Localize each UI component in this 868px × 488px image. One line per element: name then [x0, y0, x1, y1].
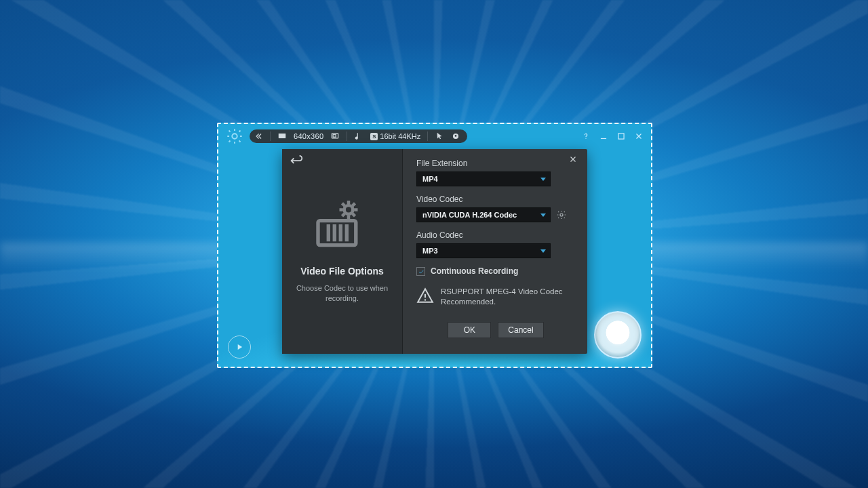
svg-rect-1	[279, 134, 286, 138]
window-mode-icon[interactable]	[330, 131, 340, 141]
svg-rect-7	[618, 134, 624, 139]
minimize-icon[interactable]	[598, 131, 609, 142]
dialog-title: Video File Options	[290, 266, 394, 277]
chevron-down-icon	[540, 249, 546, 253]
svg-point-15	[425, 299, 426, 300]
chevron-down-icon	[540, 178, 546, 181]
dialog-description: Choose Codec to use when recording.	[290, 283, 394, 304]
audio-codec-select[interactable]: MP3	[416, 243, 551, 258]
warning-text: RSUPPORT MPEG-4 Video Codec Recommended.	[441, 287, 563, 307]
record-button[interactable]	[594, 311, 642, 359]
toolbar-pill: 640x360 S16bit 44KHz	[250, 129, 467, 143]
svg-rect-3	[333, 135, 336, 138]
svg-rect-12	[344, 224, 348, 241]
cursor-icon[interactable]	[435, 131, 444, 141]
field-audio-codec: Audio Codec MP3	[416, 230, 575, 258]
settings-gear-icon[interactable]	[225, 127, 244, 146]
file-extension-label: File Extension	[416, 159, 575, 168]
svg-rect-8	[318, 221, 356, 245]
webcam-icon[interactable]	[451, 131, 460, 141]
cancel-button[interactable]: Cancel	[498, 322, 543, 338]
codec-warning: RSUPPORT MPEG-4 Video Codec Recommended.	[416, 287, 575, 307]
field-file-extension: File Extension MP4	[416, 159, 575, 186]
svg-point-0	[232, 134, 237, 138]
audio-format[interactable]: S16bit 44KHz	[370, 132, 420, 140]
dialog-close-icon[interactable]	[568, 155, 580, 167]
window-controls	[580, 131, 644, 142]
video-codec-select[interactable]: nVIDIA CUDA H.264 Codec	[416, 207, 551, 222]
play-button[interactable]	[228, 336, 251, 359]
audio-codec-value: MP3	[422, 247, 438, 255]
svg-point-14	[560, 214, 563, 216]
field-video-codec: Video Codec nVIDIA CUDA H.264 Codec	[416, 195, 575, 222]
audio-codec-label: Audio Codec	[416, 230, 575, 240]
continuous-recording-checkbox[interactable]: Continuous Recording	[416, 266, 575, 276]
svg-rect-9	[326, 224, 330, 241]
svg-point-6	[585, 138, 586, 139]
back-icon[interactable]	[289, 155, 304, 169]
file-extension-value: MP4	[422, 175, 438, 183]
toolbar: 640x360 S16bit 44KHz	[218, 124, 651, 148]
check-icon	[418, 268, 425, 274]
warning-icon	[416, 287, 434, 304]
continuous-recording-label: Continuous Recording	[431, 266, 518, 276]
film-gear-icon	[312, 194, 373, 255]
video-codec-label: Video Codec	[416, 195, 575, 204]
svg-point-13	[344, 205, 353, 214]
video-options-dialog: Video File Options Choose Codec to use w…	[282, 149, 587, 354]
capture-frame: 640x360 S16bit 44KHz	[217, 123, 652, 368]
svg-rect-10	[332, 224, 336, 241]
close-icon[interactable]	[633, 131, 644, 142]
file-extension-select[interactable]: MP4	[416, 171, 551, 186]
chevron-down-icon	[540, 214, 546, 217]
dialog-form: File Extension MP4 Video Codec nVIDIA CU…	[403, 149, 587, 354]
screen-mode-icon[interactable]	[277, 131, 287, 141]
maximize-icon[interactable]	[616, 131, 627, 142]
svg-point-5	[455, 135, 457, 137]
svg-rect-11	[338, 224, 342, 241]
dialog-buttons: OK Cancel	[416, 322, 575, 338]
video-codec-settings-icon[interactable]	[556, 209, 567, 220]
audio-icon[interactable]	[354, 131, 363, 141]
video-codec-value: nVIDIA CUDA H.264 Codec	[422, 211, 517, 219]
ok-button[interactable]: OK	[448, 322, 491, 338]
collapse-icon[interactable]	[254, 131, 263, 141]
help-icon[interactable]	[580, 131, 591, 142]
dialog-side-panel: Video File Options Choose Codec to use w…	[282, 149, 403, 354]
audio-format-text: 16bit 44KHz	[380, 132, 420, 140]
resolution-label[interactable]: 640x360	[294, 132, 323, 140]
